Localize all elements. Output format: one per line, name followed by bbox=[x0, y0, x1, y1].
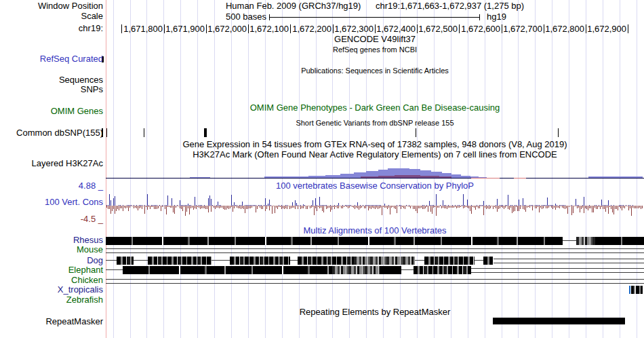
phylop-pos-bar bbox=[128, 205, 129, 206]
align-block-dog[interactable] bbox=[230, 257, 290, 265]
track-label-zebrafish[interactable]: Zebrafish bbox=[0, 295, 103, 305]
repeatmasker-element[interactable] bbox=[493, 318, 625, 324]
dbsnp-variant-tick[interactable] bbox=[416, 128, 416, 137]
track-label-elephant[interactable]: Elephant bbox=[0, 265, 103, 275]
track-label-layered-h3k27ac[interactable]: Layered H3K27Ac bbox=[0, 159, 103, 168]
phylop-neg-bar bbox=[641, 206, 641, 209]
align-block-dog[interactable] bbox=[117, 257, 134, 265]
phylop-neg-bar bbox=[216, 206, 217, 208]
phylop-pos-bar bbox=[630, 205, 630, 206]
align-block-dog[interactable] bbox=[148, 257, 212, 265]
track-label-xtropicalis[interactable]: X_tropicalis bbox=[0, 285, 103, 295]
dbsnp-variant-tick[interactable] bbox=[144, 128, 144, 137]
phylop-neg-bar bbox=[496, 206, 496, 208]
h3k27ac-signal-red bbox=[514, 178, 526, 179]
track-label-mouse[interactable]: Mouse bbox=[0, 245, 103, 255]
phylop-neg-bar bbox=[562, 206, 563, 208]
track-title-dbsnp[interactable]: Short Genetic Variants from dbSNP releas… bbox=[106, 118, 644, 128]
align-block-xtropicalis[interactable] bbox=[641, 286, 643, 294]
phylop-neg-bar bbox=[131, 206, 132, 206]
align-block-xtropicalis[interactable] bbox=[634, 286, 635, 294]
track-label-100-vert-cons[interactable]: 100 Vert. Cons bbox=[0, 198, 103, 207]
track-label-rhesus[interactable]: Rhesus bbox=[0, 236, 103, 245]
track-label-sequences[interactable]: Sequences bbox=[0, 75, 103, 85]
align-block-dog[interactable] bbox=[424, 257, 475, 265]
align-block-rhesus[interactable] bbox=[106, 237, 563, 245]
phylop-pos-bar bbox=[620, 205, 621, 206]
track-label-chicken[interactable]: Chicken bbox=[0, 276, 103, 285]
align-block-rhesus[interactable] bbox=[595, 237, 644, 245]
phylop-pos-bar bbox=[406, 205, 407, 206]
phylop-neg-bar bbox=[638, 206, 639, 208]
phylop-neg-bar bbox=[490, 206, 491, 208]
phylop-neg-bar bbox=[190, 206, 191, 208]
align-block-dog[interactable] bbox=[298, 257, 354, 265]
align-block-elephant[interactable] bbox=[332, 266, 380, 274]
phylop-pos-bar bbox=[380, 205, 381, 206]
phylop-neg-bar bbox=[642, 206, 643, 208]
phylop-pos-bar bbox=[531, 205, 531, 206]
align-block-rhesus[interactable] bbox=[576, 237, 595, 245]
track-title-repeatmasker[interactable]: Repeating Elements by RepeatMasker bbox=[106, 307, 644, 317]
phylop-neg-bar bbox=[319, 206, 320, 208]
track-label-common-dbsnp[interactable]: Common dbSNP(155) bbox=[0, 128, 103, 138]
track-title-refseq-sub[interactable]: RefSeq genes from NCBI bbox=[106, 45, 644, 54]
dbsnp-variant-tick[interactable] bbox=[558, 128, 559, 137]
align-block-xtropicalis[interactable] bbox=[629, 286, 630, 294]
phylop-neg-bar bbox=[178, 206, 179, 206]
phylop-neg-bar bbox=[203, 206, 203, 208]
track-title-phylop[interactable]: 100 vertebrates Basewise Conservation by… bbox=[106, 181, 644, 191]
phylop-pos-bar bbox=[129, 205, 130, 206]
align-block-dog[interactable] bbox=[354, 257, 415, 265]
track-label-dog[interactable]: Dog bbox=[0, 256, 103, 265]
track-label-omim-genes[interactable]: OMIM Genes bbox=[0, 107, 103, 116]
track-title-omim[interactable]: OMIM Gene Phenotypes - Dark Green Can Be… bbox=[106, 103, 644, 113]
phylop-pos-bar bbox=[452, 205, 453, 206]
phylop-pos-bar bbox=[269, 200, 270, 206]
phylop-neg-bar bbox=[463, 206, 464, 208]
phylop-pos-bar bbox=[189, 205, 190, 206]
phylop-pos-bar bbox=[162, 205, 163, 206]
phylop-neg-bar bbox=[361, 206, 362, 208]
phylop-pos-bar bbox=[401, 205, 401, 206]
phylop-pos-bar bbox=[501, 205, 502, 206]
phylop-pos-bar bbox=[623, 205, 624, 206]
phylop-neg-bar bbox=[586, 206, 587, 209]
phylop-neg-bar bbox=[346, 206, 347, 207]
phylop-neg-bar bbox=[264, 206, 264, 206]
phylop-neg-bar bbox=[147, 206, 148, 210]
phylop-neg-bar bbox=[637, 206, 637, 208]
phylop-neg-bar bbox=[336, 206, 336, 207]
track-label-refseq-curated[interactable]: RefSeq Curated bbox=[0, 54, 103, 64]
phylop-neg-bar bbox=[348, 206, 348, 208]
phylop-neg-bar bbox=[321, 206, 321, 208]
phylop-neg-bar bbox=[253, 206, 254, 206]
phylop-neg-bar bbox=[596, 206, 597, 209]
phylop-neg-bar bbox=[125, 206, 126, 208]
phylop-pos-bar bbox=[368, 205, 369, 206]
align-block-elephant[interactable] bbox=[414, 266, 471, 274]
track-label-snps[interactable]: SNPs bbox=[0, 85, 103, 94]
track-title-gtex[interactable]: Gene Expression in 54 tissues from GTEx … bbox=[106, 140, 644, 149]
track-title-publications[interactable]: Publications: Sequences in Scientific Ar… bbox=[106, 66, 644, 75]
phylop-neg-bar bbox=[146, 206, 146, 207]
phylop-pos-bar bbox=[109, 194, 110, 206]
phylop-neg-bar bbox=[151, 206, 152, 207]
phylop-neg-bar bbox=[295, 206, 296, 209]
track-title-gencode[interactable]: GENCODE V49lift37 bbox=[106, 35, 644, 44]
align-block-elephant[interactable] bbox=[380, 266, 401, 274]
phylop-pos-bar bbox=[355, 205, 355, 206]
phylop-neg-bar bbox=[605, 206, 606, 212]
align-block-elephant[interactable] bbox=[123, 266, 332, 274]
phylop-pos-bar bbox=[409, 205, 409, 206]
align-block-dog[interactable] bbox=[483, 257, 494, 265]
phylop-pos-bar bbox=[565, 205, 565, 206]
phylop-neg-bar bbox=[491, 206, 492, 206]
track-title-multiz[interactable]: Multiz Alignments of 100 Vertebrates bbox=[106, 226, 644, 236]
dbsnp-variant-tick[interactable] bbox=[106, 128, 107, 137]
track-title-h3k27ac[interactable]: H3K27Ac Mark (Often Found Near Active Re… bbox=[106, 150, 644, 159]
dbsnp-variant-tick[interactable] bbox=[204, 128, 207, 137]
track-label-repeatmasker[interactable]: RepeatMasker bbox=[0, 317, 103, 326]
phylop-neg-bar bbox=[455, 206, 456, 207]
phylop-neg-bar bbox=[618, 206, 618, 210]
